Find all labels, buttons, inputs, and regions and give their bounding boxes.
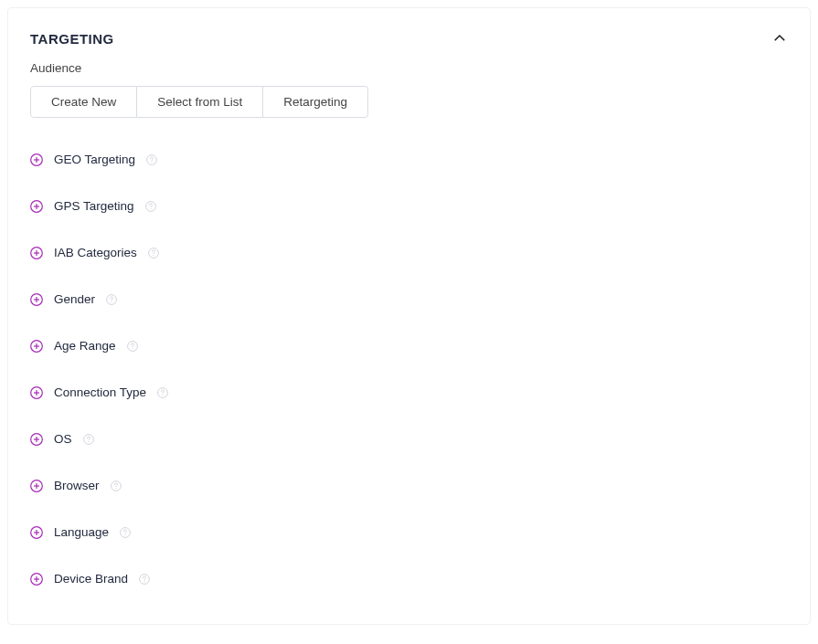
help-icon[interactable]	[139, 574, 150, 585]
chevron-up-icon[interactable]	[771, 30, 788, 47]
option-label: Browser	[54, 479, 100, 492]
help-icon[interactable]	[83, 434, 94, 445]
help-icon[interactable]	[146, 154, 157, 165]
svg-point-4	[151, 161, 152, 162]
svg-point-19	[111, 301, 112, 301]
tab-create-new[interactable]: Create New	[30, 86, 137, 118]
plus-circle-icon	[30, 386, 43, 399]
option-label: Age Range	[54, 339, 116, 353]
svg-point-34	[88, 440, 89, 441]
option-language[interactable]: Language	[30, 509, 788, 555]
svg-point-29	[162, 394, 163, 395]
plus-circle-icon	[30, 480, 43, 492]
option-label: Device Brand	[54, 572, 128, 586]
svg-point-24	[132, 347, 133, 348]
plus-circle-icon	[30, 153, 43, 166]
help-icon[interactable]	[145, 201, 156, 212]
plus-circle-icon	[30, 247, 43, 259]
plus-circle-icon	[30, 526, 43, 539]
help-icon[interactable]	[120, 527, 131, 538]
audience-label: Audience	[30, 61, 788, 75]
option-connection-type[interactable]: Connection Type	[30, 369, 788, 416]
plus-circle-icon	[30, 293, 43, 306]
audience-button-group: Create New Select from List Retargeting	[30, 86, 368, 118]
option-gender[interactable]: Gender	[30, 276, 788, 322]
svg-point-9	[150, 207, 151, 208]
option-label: Language	[54, 525, 109, 539]
tab-retargeting[interactable]: Retargeting	[263, 86, 368, 118]
option-os[interactable]: OS	[30, 416, 788, 462]
targeting-panel: TARGETING Audience Create New Select fro…	[7, 7, 811, 625]
panel-title: TARGETING	[30, 31, 114, 47]
svg-point-44	[124, 533, 125, 534]
option-gps-targeting[interactable]: GPS Targeting	[30, 183, 788, 229]
plus-circle-icon	[30, 340, 43, 353]
help-icon[interactable]	[127, 341, 138, 352]
tab-select-from-list[interactable]: Select from List	[137, 86, 263, 118]
option-label: Gender	[54, 292, 95, 306]
option-device-brand[interactable]: Device Brand	[30, 555, 788, 602]
plus-circle-icon	[30, 433, 43, 446]
option-iab-categories[interactable]: IAB Categories	[30, 229, 788, 276]
help-icon[interactable]	[106, 294, 117, 305]
option-label: IAB Categories	[54, 246, 137, 259]
option-geo-targeting[interactable]: GEO Targeting	[30, 136, 788, 183]
svg-point-49	[143, 580, 144, 581]
help-icon[interactable]	[111, 480, 122, 491]
svg-point-39	[115, 487, 116, 488]
option-age-range[interactable]: Age Range	[30, 322, 788, 369]
panel-header: TARGETING	[30, 30, 788, 47]
help-icon[interactable]	[148, 248, 159, 259]
option-label: Connection Type	[54, 385, 146, 399]
option-label: GPS Targeting	[54, 199, 134, 213]
svg-point-14	[153, 254, 154, 255]
help-icon[interactable]	[157, 387, 168, 398]
targeting-options-list: GEO Targeting GPS Targeting IAB Categori…	[30, 136, 788, 602]
option-label: OS	[54, 432, 72, 446]
plus-circle-icon	[30, 573, 43, 586]
option-browser[interactable]: Browser	[30, 462, 788, 509]
plus-circle-icon	[30, 200, 43, 213]
option-label: GEO Targeting	[54, 153, 135, 166]
